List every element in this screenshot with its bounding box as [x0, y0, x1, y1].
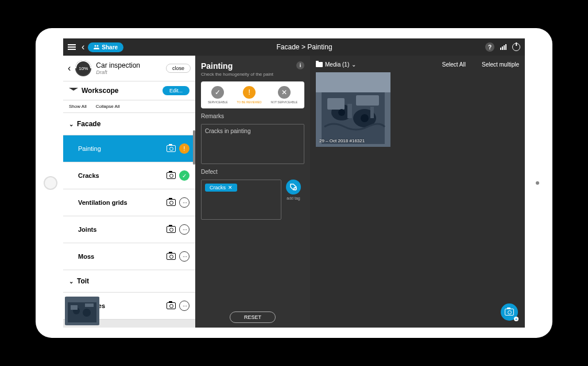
share-label: Share — [102, 44, 118, 50]
section-facade[interactable]: ⌄ Facade — [63, 113, 195, 135]
main-area: ‹ 10% Car inspection Draft close Worksco… — [63, 56, 525, 328]
remarks-input[interactable] — [201, 124, 304, 164]
filter-row: Show All Collapse All — [63, 100, 195, 113]
media-panel: Media (1) ⌄ Select All Select multiple — [310, 56, 525, 328]
collapse-all-button[interactable]: Collapse All — [96, 104, 120, 109]
add-tag-column: add tag — [286, 180, 301, 200]
status-not-serviceable-label: NOT SERVICEABLE — [271, 100, 298, 104]
camera-icon[interactable] — [167, 145, 176, 152]
more-icon[interactable]: ⋯ — [179, 301, 189, 311]
detail-subtitle: Check the homogeneity of the paint — [201, 72, 273, 77]
status-selector: ✓ SERVICEABLE ! TO BE REVIEWED ✕ NOT SER… — [201, 81, 304, 108]
status-warning-icon: ! — [179, 143, 189, 154]
detail-panel: Painting Check the homogeneity of the pa… — [195, 56, 310, 328]
tablet-frame: ‹ Share Facade > Painting ? ‹ 10% — [36, 28, 552, 338]
svg-rect-10 — [316, 72, 390, 92]
status-review[interactable]: ! TO BE REVIEWED — [237, 86, 262, 104]
status-serviceable-label: SERVICEABLE — [208, 100, 228, 104]
task-icons: ⋯ — [167, 251, 189, 262]
show-all-button[interactable]: Show All — [69, 104, 87, 109]
select-multiple-button[interactable]: Select multiple — [482, 61, 519, 68]
svg-rect-15 — [356, 95, 379, 106]
status-serviceable[interactable]: ✓ SERVICEABLE — [208, 86, 228, 104]
task-moss-label: Moss — [78, 253, 167, 260]
share-button[interactable]: Share — [88, 42, 123, 52]
media-title-label: Media (1) — [325, 61, 349, 68]
check-icon: ✓ — [211, 86, 224, 99]
more-icon[interactable]: ⋯ — [179, 251, 189, 262]
svg-rect-19 — [370, 107, 374, 118]
app-screen: ‹ Share Facade > Painting ? ‹ 10% — [63, 38, 525, 328]
defect-box[interactable]: Cracks ✕ — [201, 180, 281, 220]
svg-rect-14 — [327, 98, 345, 110]
plus-icon: + — [514, 317, 519, 321]
task-joints[interactable]: Joints ⋯ — [63, 216, 195, 243]
camera-icon[interactable] — [167, 253, 176, 260]
sidebar: ‹ 10% Car inspection Draft close Worksco… — [63, 56, 195, 328]
camera-icon — [505, 309, 514, 316]
add-photo-button[interactable]: + — [501, 303, 518, 321]
more-icon[interactable]: ⋯ — [179, 197, 189, 208]
thumbnail-preview[interactable] — [64, 297, 100, 325]
back-button[interactable]: ‹ — [82, 42, 84, 52]
task-cracks-label: Cracks — [78, 172, 167, 179]
inspection-back-button[interactable]: ‹ — [68, 63, 71, 73]
power-icon[interactable] — [512, 43, 520, 51]
people-icon — [94, 45, 99, 49]
inspection-status: Draft — [96, 69, 161, 75]
task-cracks[interactable]: Cracks ✓ — [63, 162, 195, 189]
task-icons: ✓ — [167, 170, 189, 181]
svg-point-0 — [95, 45, 96, 47]
top-bar: ‹ Share Facade > Painting ? — [63, 38, 525, 56]
help-icon[interactable]: ? — [485, 42, 494, 52]
progress-indicator: 10% — [75, 60, 91, 76]
media-header: Media (1) ⌄ Select All Select multiple — [316, 61, 519, 68]
svg-rect-7 — [85, 303, 94, 307]
camera-icon[interactable] — [167, 226, 176, 233]
defect-label: Defect — [201, 169, 304, 175]
edit-button[interactable]: Edit... — [163, 86, 189, 95]
camera-icon[interactable] — [167, 199, 176, 206]
chevron-down-icon: ⌄ — [69, 278, 74, 285]
folder-icon — [316, 62, 323, 67]
reset-button[interactable]: RESET — [230, 312, 276, 323]
tablet-camera — [536, 181, 539, 185]
defect-tag-label: Cracks — [210, 185, 226, 190]
select-all-button[interactable]: Select All — [442, 61, 466, 68]
workscope-label: Workscope — [82, 87, 118, 95]
close-button[interactable]: close — [166, 64, 191, 73]
defect-row: Cracks ✕ add tag — [201, 180, 304, 220]
task-ventilation[interactable]: Ventilation grids ⋯ — [63, 189, 195, 216]
tag-remove-icon[interactable]: ✕ — [228, 185, 233, 190]
section-facade-label: Facade — [77, 120, 100, 128]
workscope-icon — [69, 88, 78, 94]
detail-title: Painting — [201, 61, 273, 71]
remarks-label: Remarks — [201, 113, 304, 119]
defect-tag: Cracks ✕ — [205, 184, 237, 192]
task-ventilation-label: Ventilation grids — [78, 199, 167, 206]
workscope-header: Workscope Edit... — [63, 81, 195, 100]
task-icons: ! — [167, 143, 189, 154]
media-title-button[interactable]: Media (1) ⌄ — [316, 61, 356, 68]
svg-rect-18 — [347, 104, 352, 118]
detail-header: Painting Check the homogeneity of the pa… — [201, 61, 304, 77]
engine-image — [316, 72, 390, 147]
menu-icon[interactable] — [68, 44, 76, 50]
task-icons: ⋯ — [167, 197, 189, 208]
progress-value: 10% — [79, 66, 88, 71]
more-icon[interactable]: ⋯ — [179, 224, 189, 235]
media-caption: 29 – Oct 2018 #16321 — [319, 138, 365, 143]
task-moss[interactable]: Moss ⋯ — [63, 243, 195, 270]
task-painting-label: Painting — [78, 145, 167, 152]
svg-point-5 — [83, 309, 91, 317]
status-not-serviceable[interactable]: ✕ NOT SERVICEABLE — [271, 86, 298, 104]
media-thumbnail[interactable]: 29 – Oct 2018 #16321 — [316, 72, 390, 147]
section-toit[interactable]: ⌄ Toit — [63, 270, 195, 293]
camera-icon[interactable] — [167, 172, 176, 179]
svg-point-17 — [361, 114, 369, 122]
info-icon[interactable]: i — [296, 61, 304, 69]
task-painting[interactable]: Painting ! — [63, 135, 195, 162]
add-tag-button[interactable] — [286, 180, 301, 194]
chevron-down-icon: ⌄ — [351, 61, 356, 68]
camera-icon[interactable] — [167, 302, 176, 309]
